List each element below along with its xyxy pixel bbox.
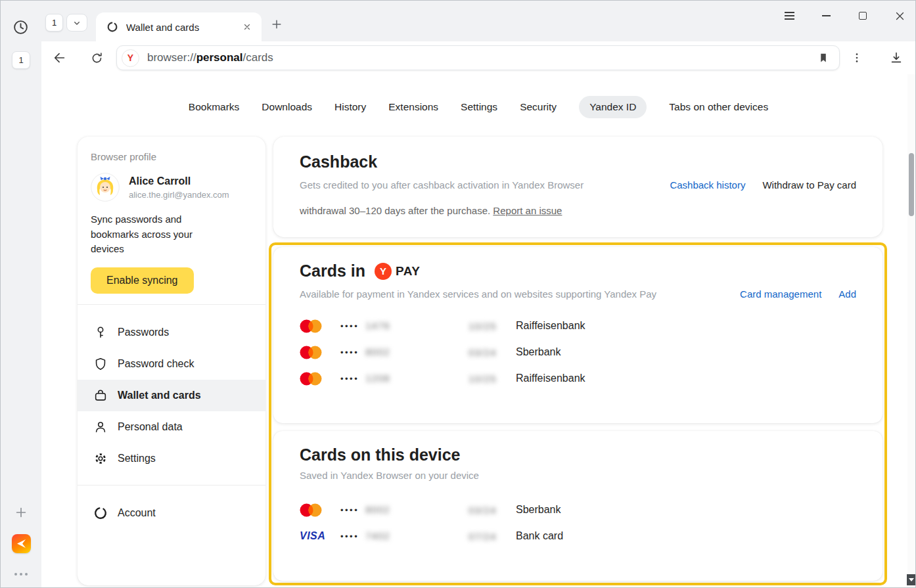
sidebar-item-password-check[interactable]: Password check <box>78 348 265 380</box>
card-bank-name: Raiffeisenbank <box>516 373 856 384</box>
card-number: ••••1476 <box>340 320 469 332</box>
card-expiry: 03/24 <box>469 347 516 358</box>
card-bank-name: Raiffeisenbank <box>516 320 856 332</box>
url-text: browser://personal/cards <box>147 51 273 64</box>
enable-syncing-button[interactable]: Enable syncing <box>91 267 194 294</box>
hamburger-icon <box>785 12 794 20</box>
card-bank-name: Sberbank <box>516 504 856 516</box>
tab-count-button[interactable]: 1 <box>45 14 63 32</box>
profile-row: Alice Carroll alice.the.girl@yandex.com <box>91 173 252 202</box>
close-button[interactable] <box>892 8 907 24</box>
plus-icon <box>270 18 283 31</box>
sidebar-item-label: Wallet and cards <box>118 390 201 401</box>
card-row[interactable]: VISA ••••7402 07/24 Bank card <box>300 523 856 549</box>
reload-button[interactable] <box>89 50 104 66</box>
nav-bookmarks[interactable]: Bookmarks <box>189 97 240 117</box>
report-an-issue-link[interactable]: Report an issue <box>493 205 562 216</box>
rail-add-button[interactable] <box>1 505 41 520</box>
cards-on-device-section: Cards on this device Saved in Yandex Bro… <box>273 431 882 581</box>
mastercard-icon <box>300 503 340 517</box>
card-row[interactable]: ••••1208 10/25 Raiffeisenbank <box>300 365 856 392</box>
card-bank-name: Bank card <box>516 530 856 542</box>
address-bar[interactable]: Y browser://personal/cards <box>116 45 840 70</box>
pay-section-title: Cards in <box>300 261 365 281</box>
card-row[interactable]: ••••8002 03/24 Sberbank <box>300 497 856 523</box>
yandex-browser-logo[interactable] <box>12 534 31 553</box>
card-number: ••••8002 <box>340 346 469 358</box>
tab-dropdown-button[interactable] <box>66 14 87 32</box>
device-section-subtitle: Saved in Yandex Browser on your device <box>300 470 856 481</box>
left-rail: 1 <box>1 1 41 587</box>
pay-section-subtitle: Available for payment in Yandex services… <box>300 288 740 300</box>
card-number: ••••1208 <box>340 373 469 384</box>
mastercard-icon <box>300 346 340 359</box>
sidebar-item-label: Personal data <box>118 421 183 433</box>
page-scrollbar[interactable] <box>907 74 915 587</box>
yandex-pay-y-icon: Y <box>375 263 392 280</box>
sidebar-item-personal-data[interactable]: Personal data <box>78 411 265 443</box>
minimize-button[interactable] <box>818 8 834 24</box>
downloads-button[interactable] <box>888 50 904 66</box>
browser-menu-button[interactable] <box>781 8 797 24</box>
device-cards-list: ••••8002 03/24 Sberbank VISA ••••7402 07… <box>300 497 856 549</box>
back-button[interactable] <box>52 50 68 66</box>
tab-panel-count: 1 <box>18 55 23 65</box>
nav-yandex-id[interactable]: Yandex ID <box>579 96 647 118</box>
scroll-down-button[interactable] <box>907 574 915 585</box>
new-tab-button[interactable] <box>267 15 286 34</box>
person-icon <box>93 420 108 434</box>
scrollbar-thumb[interactable] <box>909 153 914 216</box>
cashback-title: Cashback <box>300 152 856 171</box>
kebab-menu-icon <box>850 51 863 64</box>
tab-title: Wallet and cards <box>126 22 233 33</box>
sidebar-item-label: Account <box>118 507 156 519</box>
history-clock-icon[interactable] <box>12 19 29 35</box>
shield-icon <box>93 357 108 371</box>
card-bank-name: Sberbank <box>516 346 856 358</box>
tab-close-button[interactable] <box>240 20 254 34</box>
bookmark-flag-icon <box>817 52 829 64</box>
maximize-icon <box>859 12 867 20</box>
tab-panel-button[interactable]: 1 <box>12 51 30 69</box>
maximize-button[interactable] <box>855 8 871 24</box>
sidebar-item-label: Password check <box>118 358 195 370</box>
nav-settings[interactable]: Settings <box>461 97 497 117</box>
nav-extensions[interactable]: Extensions <box>388 97 438 117</box>
download-icon <box>889 51 904 65</box>
mastercard-icon <box>300 372 340 386</box>
yandex-pay-logo: Y PAY <box>375 263 420 280</box>
nav-downloads[interactable]: Downloads <box>262 97 312 117</box>
profile-email: alice.the.girl@yandex.com <box>129 190 229 200</box>
nav-history[interactable]: History <box>334 97 366 117</box>
nav-tabs-other-devices[interactable]: Tabs on other devices <box>669 97 768 117</box>
card-row[interactable]: ••••1476 10/25 Raiffeisenbank <box>300 313 856 339</box>
cards-main-column: Cashback Gets credited to you after cash… <box>269 137 887 585</box>
tab-bar: 1 Wallet and cards <box>41 1 915 41</box>
add-card-link[interactable]: Add <box>838 288 856 300</box>
rail-more-button[interactable] <box>1 573 41 576</box>
cashback-history-link[interactable]: Cashback history <box>670 179 745 191</box>
pay-cards-list: ••••1476 10/25 Raiffeisenbank ••••8002 0… <box>300 313 856 392</box>
toolbar: Y browser://personal/cards <box>41 41 915 74</box>
settings-page: Bookmarks Downloads History Extensions S… <box>41 74 915 587</box>
cards-in-pay-section: Cards in Y PAY Available for payment in … <box>273 247 882 423</box>
bookmark-button[interactable] <box>815 50 831 66</box>
browser-window: 1 1 Wallet and cards <box>0 0 916 588</box>
sidebar-item-wallet-and-cards[interactable]: Wallet and cards <box>78 380 265 411</box>
nav-security[interactable]: Security <box>520 97 557 117</box>
yandex-id-icon <box>106 21 118 33</box>
sidebar-item-passwords[interactable]: Passwords <box>78 317 265 348</box>
site-badge-yandex[interactable]: Y <box>122 49 139 67</box>
device-section-title: Cards on this device <box>300 445 856 464</box>
tab-count: 1 <box>52 18 57 28</box>
withdraw-to-pay-card-link[interactable]: Withdraw to Pay card <box>762 179 856 191</box>
sidebar-item-account[interactable]: Account <box>78 497 265 529</box>
card-row[interactable]: ••••8002 03/24 Sberbank <box>300 339 856 365</box>
sidebar-item-settings[interactable]: Settings <box>78 443 265 474</box>
wallet-icon <box>93 388 108 403</box>
card-management-link[interactable]: Card management <box>740 288 821 300</box>
active-tab[interactable]: Wallet and cards <box>96 12 262 41</box>
sync-description: Sync passwords and bookmarks across your… <box>91 212 222 257</box>
reload-icon <box>90 51 104 65</box>
toolbar-more-button[interactable] <box>849 50 865 66</box>
